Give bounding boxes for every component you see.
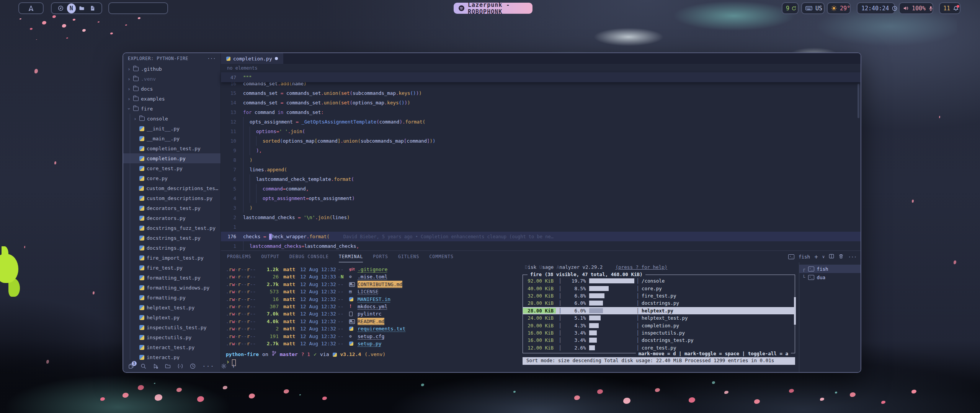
kill-terminal-icon[interactable] <box>838 254 844 260</box>
terminal-filename[interactable]: LICENSE <box>358 288 379 295</box>
code-line[interactable]: 14commands_set = commands_set.union(set(… <box>221 98 861 107</box>
dua-row-docstrings_test.py[interactable]: 16.00 KiB │ 3.4%│docstrings_test.py <box>523 337 795 344</box>
code-line[interactable]: 6lastcommand_check_template.format( <box>221 174 861 184</box>
terminal-filename[interactable]: README.md <box>358 318 384 325</box>
tab-completion-py[interactable]: completion.py <box>221 53 283 64</box>
sidebar-item-docs[interactable]: ›docs <box>123 84 220 94</box>
dua-row-inspectutils.py[interactable]: 16.00 KiB │ 3.4%│inspectutils.py <box>523 329 795 337</box>
code-line[interactable]: 1lastcommand_checks=lastcommand_checks, <box>221 241 861 250</box>
settings-gear-icon[interactable] <box>221 363 227 369</box>
source-control-icon[interactable] <box>165 363 171 369</box>
panel-tab-output[interactable]: OUTPUT <box>261 251 279 262</box>
launcher-button[interactable] <box>18 2 44 14</box>
breadcrumb[interactable]: no elements <box>221 64 861 72</box>
sidebar-item-formatting_windows.py[interactable]: formatting_windows.py <box>123 283 220 293</box>
sidebar-item-__main__.py[interactable]: __main__.py <box>123 133 220 143</box>
sidebar-item-.venv[interactable]: ›.venv <box>123 74 220 84</box>
terminal-output[interactable]: .rw-r--r--1.2kmatt12 Aug 12:32--git.giti… <box>221 262 520 372</box>
dua-scrollbar[interactable] <box>794 297 796 325</box>
sidebar-item-fire[interactable]: ›fire <box>123 104 220 114</box>
sidebar-item-interact_test.py[interactable]: interact_test.py <box>123 342 220 352</box>
run-debug-icon[interactable] <box>153 363 158 369</box>
workspace-folder[interactable] <box>77 3 87 13</box>
sidebar-item-fire_import_test.py[interactable]: fire_import_test.py <box>123 253 220 263</box>
explorer-more-button[interactable]: ··· <box>207 56 216 61</box>
panel-tab-ports[interactable]: PORTS <box>373 251 388 262</box>
code-line[interactable]: 8) <box>221 155 861 165</box>
panel-tab-problems[interactable]: PROBLEMS <box>227 251 251 262</box>
prompt-input-line[interactable]: › <box>226 358 520 366</box>
dua-row-docstrings.py[interactable]: 28.00 KiB │ 6.0%│docstrings.py <box>523 299 795 307</box>
code-line[interactable]: 7lines.append( <box>221 165 861 174</box>
sidebar-item-.github[interactable]: ›.github <box>123 64 220 74</box>
code-line-current[interactable]: 176checks = check_wrapper.format(David B… <box>221 232 861 241</box>
sidebar-item-core_test.py[interactable]: core_test.py <box>123 163 220 173</box>
sidebar-item-formatting.py[interactable]: formatting.py <box>123 293 220 302</box>
code-line[interactable]: 9), <box>221 146 861 155</box>
code-line[interactable]: 10sorted(options_map[command].union(subc… <box>221 136 861 146</box>
dua-row-core.py[interactable]: 40.00 KiB │ 8.5%│core.py <box>523 285 795 292</box>
more-views-icon[interactable]: ··· <box>202 363 214 370</box>
workspace-compass[interactable] <box>56 3 65 13</box>
terminal-instance-dua[interactable]: └›_dua <box>799 273 861 281</box>
dua-row-console[interactable]: 92.00 KiB │ 19.7%│/console <box>523 277 795 285</box>
sidebar-item-decorators_test.py[interactable]: decorators_test.py <box>123 203 220 213</box>
sidebar-item-helptext_test.py[interactable]: helptext_test.py <box>123 302 220 312</box>
sidebar-item-inspectutils.py[interactable]: inspectutils.py <box>123 332 220 342</box>
sticky-scroll-line[interactable]: 47""" <box>221 72 861 82</box>
panel-tab-debug-console[interactable]: DEBUG CONSOLE <box>289 251 329 262</box>
sidebar-item-interact.py[interactable]: interact.py <box>123 352 220 360</box>
dua-row-fire_test.py[interactable]: 32.00 KiB │ 6.8%│fire_test.py <box>523 292 795 299</box>
terminal-filename[interactable]: MANIFEST.in <box>358 296 390 303</box>
disk-usage-analyzer[interactable]: Disk Usage Analyzer v2.29.2 (press ? for… <box>520 262 799 372</box>
terminal-filename[interactable]: CONTRIBUTING.md <box>358 281 402 288</box>
sidebar-item-examples[interactable]: ›examples <box>123 94 220 104</box>
audio-widget[interactable]: 100% <box>899 2 933 14</box>
terminal-filename[interactable]: pylintrc <box>358 310 382 317</box>
code-line[interactable]: 5command=command, <box>221 184 861 193</box>
panel-more-icon[interactable]: ··· <box>848 254 857 260</box>
workspace-n-badge[interactable]: N <box>67 3 76 13</box>
updates-widget[interactable]: 9 <box>782 2 799 14</box>
terminal-dropdown-chevron-icon[interactable]: ∨ <box>822 254 825 259</box>
sidebar-item-core.py[interactable]: core.py <box>123 173 220 183</box>
explorer-view-icon[interactable]: 1 <box>128 363 134 369</box>
editor-scrollbar[interactable] <box>858 84 859 118</box>
sidebar-item-docstrings_fuzz_test.py[interactable]: docstrings_fuzz_test.py <box>123 223 220 233</box>
panel-tab-gitlens[interactable]: GITLENS <box>398 251 419 262</box>
sidebar-item-__init__.py[interactable]: __init__.py <box>123 124 220 133</box>
split-terminal-icon[interactable] <box>829 254 834 260</box>
code-line[interactable]: 3) <box>221 203 861 213</box>
sidebar-item-docstrings_test.py[interactable]: docstrings_test.py <box>123 233 220 243</box>
sidebar-item-docstrings.py[interactable]: docstrings.py <box>123 243 220 253</box>
sidebar-item-fire_test.py[interactable]: fire_test.py <box>123 263 220 273</box>
panel-tab-comments[interactable]: COMMENTS <box>429 251 453 262</box>
code-line[interactable]: 2lastcommand_checks = '\n'.join(lines) <box>221 213 861 222</box>
sidebar-item-custom_descriptions_test.py[interactable]: custom_descriptions_test.py <box>123 183 220 193</box>
terminal-instance-fish[interactable]: ┌›_fish <box>799 265 861 273</box>
remote-status-icon[interactable] <box>233 364 234 368</box>
code-line[interactable]: 16commands_set.add(name) <box>221 82 861 88</box>
terminal-filename[interactable]: .mise.toml <box>358 273 387 280</box>
sidebar-item-console[interactable]: ›console <box>123 114 220 124</box>
code-line[interactable]: 1 <box>221 222 861 232</box>
code-line[interactable]: 47""" <box>221 73 252 82</box>
sidebar-item-helptext.py[interactable]: helptext.py <box>123 312 220 322</box>
dua-row-helptext.py[interactable]: 28.00 KiB │ 6.0%│helptext.py <box>523 307 795 314</box>
extensions-icon[interactable] <box>177 364 183 369</box>
media-widget[interactable]: Lazerpunk - ROBOPHONK <box>454 3 532 14</box>
gitlens-icon[interactable] <box>190 363 196 369</box>
dua-row-helptext_test.py[interactable]: 24.00 KiB │ 5.1%│helptext_test.py <box>523 314 795 322</box>
keyboard-layout-widget[interactable]: US <box>801 2 825 14</box>
sidebar-item-custom_descriptions.py[interactable]: custom_descriptions.py <box>123 193 220 203</box>
sidebar-item-completion.py[interactable]: completion.py <box>123 153 220 163</box>
sidebar-item-inspectutils_test.py[interactable]: inspectutils_test.py <box>123 322 220 332</box>
terminal-filename[interactable]: mkdocs.yml <box>358 303 387 310</box>
clock-widget[interactable]: 12:40:24 <box>857 2 895 14</box>
code-area[interactable]: 16commands_set.add(name)15commands_set =… <box>221 82 861 250</box>
panel-tab-terminal[interactable]: TERMINAL <box>339 251 363 262</box>
modified-dot-icon[interactable] <box>275 57 278 60</box>
terminal-filename[interactable]: .gitignore <box>358 266 387 273</box>
workspace-file[interactable] <box>88 3 97 13</box>
terminal-filename[interactable]: requirements.txt <box>358 325 405 332</box>
